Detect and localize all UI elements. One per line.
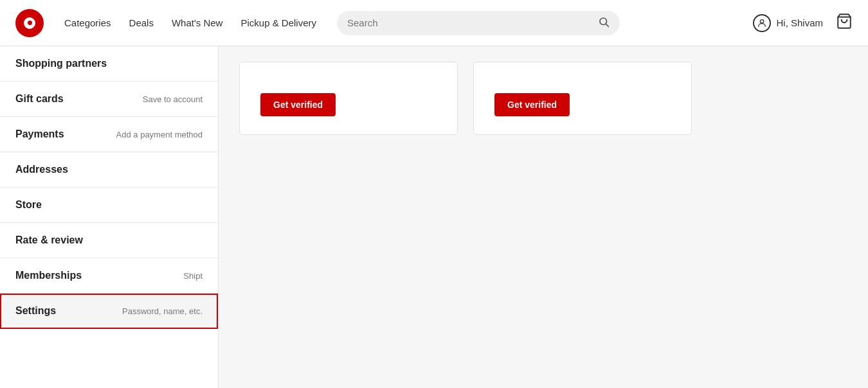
user-area[interactable]: Hi, Shivam bbox=[753, 14, 823, 32]
nav-categories[interactable]: Categories bbox=[64, 17, 111, 28]
cards-area: Get verified Get verified bbox=[219, 46, 868, 150]
header: Categories Deals What's New Pickup & Del… bbox=[0, 0, 868, 46]
verified-card-2: Get verified bbox=[473, 62, 692, 135]
nav-whats-new[interactable]: What's New bbox=[172, 17, 223, 28]
sidebar-item-payments[interactable]: Payments Add a payment method bbox=[0, 117, 218, 152]
user-icon bbox=[753, 14, 771, 32]
search-icon bbox=[598, 16, 610, 30]
user-greeting: Hi, Shivam bbox=[776, 17, 823, 28]
page-layout: Shopping partners Gift cards Save to acc… bbox=[0, 46, 868, 388]
get-verified-button-2[interactable]: Get verified bbox=[494, 93, 570, 116]
nav-deals[interactable]: Deals bbox=[129, 17, 154, 28]
main-nav: Categories Deals What's New Pickup & Del… bbox=[64, 17, 316, 28]
search-bar bbox=[337, 11, 620, 35]
sidebar-item-addresses[interactable]: Addresses bbox=[0, 152, 218, 188]
sidebar-item-rate-review[interactable]: Rate & review bbox=[0, 223, 218, 258]
nav-pickup-delivery[interactable]: Pickup & Delivery bbox=[240, 17, 316, 28]
svg-point-2 bbox=[761, 19, 764, 22]
verified-card-1: Get verified bbox=[239, 62, 458, 135]
svg-line-1 bbox=[606, 24, 608, 26]
main-content: Get verified Get verified bbox=[219, 46, 868, 388]
cart-icon[interactable] bbox=[836, 13, 853, 33]
sidebar-item-gift-cards[interactable]: Gift cards Save to account bbox=[0, 82, 218, 117]
header-right: Hi, Shivam bbox=[753, 13, 853, 33]
sidebar: Shopping partners Gift cards Save to acc… bbox=[0, 46, 219, 388]
sidebar-item-shopping-partners[interactable]: Shopping partners bbox=[0, 46, 218, 82]
sidebar-item-memberships[interactable]: Memberships Shipt bbox=[0, 258, 218, 294]
sidebar-item-store[interactable]: Store bbox=[0, 188, 218, 223]
sidebar-item-settings[interactable]: Settings Password, name, etc. bbox=[0, 294, 218, 329]
get-verified-button-1[interactable]: Get verified bbox=[260, 93, 336, 116]
search-input[interactable] bbox=[347, 17, 593, 28]
target-logo[interactable] bbox=[15, 9, 44, 37]
